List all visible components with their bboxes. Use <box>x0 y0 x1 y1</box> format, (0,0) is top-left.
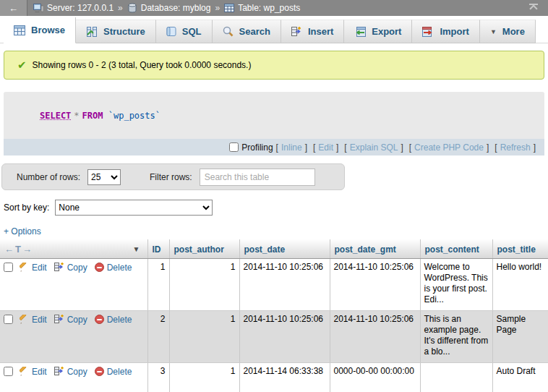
tab-export-label: Export <box>372 26 401 37</box>
table-row: EditCopyDelete 2 1 2014-11-10 10:25:06 2… <box>0 311 548 363</box>
breadcrumb-separator: » <box>118 3 123 13</box>
tab-more[interactable]: ▼ More <box>480 20 536 43</box>
cell-post-content: Welcome to WordPress. This is your first… <box>420 259 492 311</box>
refresh-link[interactable]: Refresh <box>500 142 531 153</box>
success-check-icon: ✔ <box>17 59 27 72</box>
breadcrumb-separator: » <box>215 3 220 13</box>
column-header-post-author[interactable]: post_author <box>169 239 239 259</box>
copy-row-link[interactable]: Copy <box>67 315 87 325</box>
column-header-post-date[interactable]: post_date <box>239 239 330 259</box>
delete-icon[interactable] <box>95 315 104 324</box>
column-order-toggle-icon[interactable]: ←T→ <box>4 244 33 255</box>
cell-post-content: This is an example page. It's different … <box>420 311 492 363</box>
breadcrumb-server[interactable]: Server: 127.0.0.1 <box>47 3 114 13</box>
table-row: EditCopyDelete 1 1 2014-11-10 10:25:06 2… <box>0 259 548 311</box>
cell-post-date-gmt: 0000-00-00 00:00:00 <box>330 363 420 392</box>
cell-post-title: Auto Draft <box>492 363 548 392</box>
breadcrumb-database[interactable]: Database: myblog <box>141 3 211 13</box>
row-actions-cell: EditCopyDelete <box>0 311 147 363</box>
column-header-post-date-gmt[interactable]: post_date_gmt <box>330 239 420 259</box>
cell-id: 2 <box>147 311 169 363</box>
edit-pencil-icon[interactable] <box>20 367 29 379</box>
tab-insert[interactable]: Insert <box>281 20 344 43</box>
with-selected-arrow-icon[interactable]: ▼ <box>133 245 140 253</box>
sort-by-key-select[interactable]: None <box>55 200 213 216</box>
copy-icon[interactable] <box>54 366 64 379</box>
column-header-id[interactable]: ID <box>147 239 169 259</box>
number-of-rows-label: Number of rows: <box>17 172 80 182</box>
cell-id: 1 <box>147 259 169 311</box>
bracket: ] <box>401 142 403 153</box>
create-php-code-link[interactable]: Create PHP Code <box>414 142 484 153</box>
bracket: [ <box>409 142 411 153</box>
explain-sql-link[interactable]: Explain SQL <box>350 142 398 153</box>
collapse-navigation-icon[interactable] <box>528 2 539 14</box>
edit-row-link[interactable]: Edit <box>32 367 47 377</box>
options-toggle-link[interactable]: + Options <box>4 226 41 237</box>
column-header-post-content[interactable]: post_content <box>420 239 492 259</box>
column-header-post-title[interactable]: post_title <box>492 239 548 259</box>
bracket: ] <box>305 142 307 153</box>
browse-icon <box>14 25 25 35</box>
tab-sql[interactable]: SQL <box>156 20 213 43</box>
edit-row-link[interactable]: Edit <box>32 263 47 273</box>
breadcrumb: Server: 127.0.0.1 » Database: myblog » T… <box>33 3 300 13</box>
delete-row-link[interactable]: Delete <box>107 315 132 325</box>
edit-query-link[interactable]: Edit <box>318 142 333 153</box>
copy-row-link[interactable]: Copy <box>67 263 87 273</box>
delete-icon[interactable] <box>95 263 104 272</box>
cell-post-date-gmt: 2014-11-10 10:25:06 <box>330 311 420 363</box>
row-checkbox[interactable] <box>4 367 13 376</box>
edit-pencil-icon[interactable] <box>20 263 29 275</box>
number-of-rows-select[interactable]: 25 <box>87 169 121 185</box>
inline-link[interactable]: Inline <box>281 142 302 153</box>
cell-id: 3 <box>147 363 169 392</box>
row-checkbox[interactable] <box>4 315 13 324</box>
tab-search[interactable]: Search <box>213 20 281 43</box>
cell-post-date-gmt: 2014-11-10 10:25:06 <box>330 259 420 311</box>
actions-header: ←T→ ▼ <box>0 239 147 259</box>
rows-control-bar: Number of rows: 25 Filter rows: <box>1 163 345 190</box>
bracket: ] <box>534 142 536 153</box>
sql-keyword-select[interactable]: SELECT <box>40 111 71 121</box>
edit-row-link[interactable]: Edit <box>32 315 47 325</box>
delete-row-link[interactable]: Delete <box>107 367 132 377</box>
edit-pencil-icon[interactable] <box>20 315 29 327</box>
tab-export[interactable]: Export <box>344 20 412 43</box>
profiling-checkbox[interactable] <box>229 142 239 152</box>
sql-table-identifier: `wp_posts` <box>108 111 160 121</box>
bracket: [ <box>276 142 278 153</box>
delete-icon[interactable] <box>95 367 104 376</box>
filter-rows-input[interactable] <box>200 169 315 186</box>
delete-row-link[interactable]: Delete <box>107 263 132 273</box>
bracket: [ <box>495 142 497 153</box>
table-tabs: Browse Structure SQL Search Insert Expor… <box>0 16 548 43</box>
tab-import-label: Import <box>440 26 468 37</box>
search-icon <box>223 26 234 37</box>
tab-structure[interactable]: Structure <box>76 20 156 43</box>
cell-post-author: 1 <box>169 259 239 311</box>
sql-star: * <box>74 111 79 121</box>
cell-post-author: 1 <box>169 311 239 363</box>
row-checkbox[interactable] <box>4 263 13 272</box>
row-actions-cell: EditCopyDelete <box>0 259 147 311</box>
tab-sql-label: SQL <box>182 26 202 37</box>
cell-post-content <box>420 363 492 392</box>
query-toolbar: Profiling [Inline] [Edit] [Explain SQL] … <box>4 139 544 155</box>
tab-browse[interactable]: Browse <box>4 17 76 43</box>
bracket: [ <box>313 142 315 153</box>
copy-row-link[interactable]: Copy <box>67 367 87 377</box>
tab-search-label: Search <box>239 26 270 37</box>
copy-icon[interactable] <box>54 262 64 275</box>
sql-query-box: SELECT*FROM `wp_posts` Profiling [Inline… <box>4 92 544 155</box>
back-arrow-icon: ← <box>9 3 18 14</box>
sql-keyword-from: FROM <box>82 111 103 121</box>
tab-import[interactable]: Import <box>412 20 479 43</box>
copy-icon[interactable] <box>54 314 64 327</box>
import-icon <box>422 27 434 37</box>
database-icon <box>127 3 137 13</box>
results-table: ←T→ ▼ ID post_author post_date post_date… <box>0 239 548 392</box>
bracket: ] <box>336 142 338 153</box>
breadcrumb-table[interactable]: Table: wp_posts <box>238 3 300 13</box>
back-button[interactable]: ← <box>0 0 27 16</box>
